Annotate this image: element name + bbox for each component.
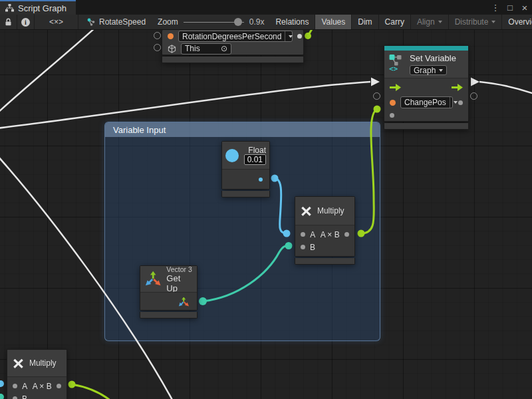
- code-icon: <×>: [49, 17, 63, 27]
- toolbar-button-dim[interactable]: Dim: [352, 15, 378, 29]
- chevron-down-icon: [439, 69, 443, 72]
- wire-green-bottom[interactable]: [72, 384, 111, 399]
- port-row: ChangePos: [384, 96, 468, 109]
- graph-name: RotateSpeed: [99, 17, 146, 27]
- wire-end-dot-edge[interactable]: [0, 380, 4, 387]
- node-title: Float: [243, 146, 266, 155]
- input-port-a[interactable]: [301, 232, 305, 237]
- node-float[interactable]: Float 0.01: [221, 141, 270, 198]
- svg-text:<>: <>: [389, 65, 398, 72]
- chevron-down-icon[interactable]: [285, 31, 293, 41]
- multiply-icon: ×: [13, 354, 24, 372]
- group-header[interactable]: Variable Input: [105, 122, 380, 137]
- inspect-button[interactable]: i: [17, 15, 35, 29]
- wire-white-topleft[interactable]: [0, 30, 97, 114]
- node-get-variable[interactable]: RotationDegreesPerSecond This ⊙: [162, 30, 304, 63]
- node-footer: [295, 258, 355, 265]
- port-row: A A × B: [295, 228, 354, 241]
- value-output-port[interactable]: [259, 178, 263, 182]
- flow-arrowhead-in: [371, 78, 380, 86]
- node-footer: [384, 123, 469, 130]
- graph-canvas[interactable]: Variable Input: [0, 30, 532, 399]
- target-field[interactable]: This ⊙: [181, 43, 231, 55]
- target-picker-icon[interactable]: ⊙: [221, 44, 227, 53]
- output-port-hollow[interactable]: [470, 92, 477, 100]
- tab-script-graph[interactable]: Script Graph: [0, 0, 76, 15]
- float-value-input[interactable]: 0.01: [244, 154, 266, 165]
- close-icon[interactable]: ×: [519, 1, 531, 14]
- input-port-b[interactable]: [301, 245, 305, 249]
- zoom-slider-track[interactable]: [184, 22, 244, 23]
- toolbar-button-distribute[interactable]: Distribute: [449, 15, 503, 29]
- node-title: Multiply: [317, 206, 344, 215]
- input-port-hollow[interactable]: [154, 32, 161, 39]
- wire-green-top[interactable]: [308, 30, 315, 36]
- zoom-control: Zoom 0.9x: [152, 15, 269, 29]
- port-row: RotationDegreesPerSecond: [162, 30, 303, 43]
- variable-port-dot[interactable]: [390, 100, 396, 106]
- chevron-down-icon: [491, 21, 495, 23]
- toolbar-button-values[interactable]: Values: [315, 15, 352, 29]
- set-variable-icon: <>: [388, 53, 405, 72]
- group-title: Variable Input: [113, 125, 166, 135]
- port-row: This ⊙: [162, 43, 303, 55]
- input-port-hollow[interactable]: [373, 92, 380, 100]
- graph-breadcrumb[interactable]: RotateSpeed: [78, 15, 152, 29]
- vector3-icon: [145, 271, 162, 287]
- flow-in-arrow-icon[interactable]: [390, 84, 401, 91]
- zoom-value: 0.9x: [249, 17, 265, 27]
- output-port-result[interactable]: [57, 384, 61, 388]
- graph-icon: [86, 17, 96, 27]
- node-get-up[interactable]: Vector 3 Get Up: [140, 265, 198, 319]
- wire-end-dot[interactable]: [305, 33, 311, 39]
- port-row: A A × B: [7, 380, 66, 392]
- node-footer: [221, 191, 270, 198]
- toolbar-button-align[interactable]: Align: [411, 15, 449, 29]
- node-type-label: Vector 3: [166, 265, 192, 273]
- wire-end-dot-edge[interactable]: [0, 394, 4, 399]
- float-icon: [225, 149, 239, 162]
- multiply-icon: ×: [301, 201, 312, 220]
- node-footer: [140, 312, 198, 319]
- output-port-result[interactable]: [344, 232, 349, 237]
- lock-icon: [5, 18, 12, 26]
- scope-dropdown[interactable]: Graph: [410, 65, 447, 75]
- variable-name-dropdown[interactable]: ChangePos: [400, 96, 453, 108]
- flow-out-arrow-icon[interactable]: [452, 84, 463, 91]
- node-multiply-bottom[interactable]: × Multiply A A × B B: [7, 349, 67, 399]
- script-graph-window: Script Graph ⋮ □ × i <×>: [0, 0, 532, 399]
- hierarchy-icon: [5, 4, 14, 12]
- value-output-port[interactable]: [297, 34, 302, 39]
- variable-name-dropdown[interactable]: RotationDegreesPerSecond: [178, 31, 293, 42]
- code-view-button[interactable]: <×>: [35, 15, 78, 29]
- chevron-down-icon[interactable]: [450, 97, 458, 108]
- menu-dots-icon[interactable]: ⋮: [489, 1, 501, 14]
- maximize-icon[interactable]: □: [504, 1, 516, 14]
- toolbar-button-carry[interactable]: Carry: [379, 15, 411, 29]
- value-output-port[interactable]: [458, 100, 463, 105]
- lock-button[interactable]: [0, 15, 17, 29]
- input-port-a[interactable]: [13, 384, 17, 388]
- graph-toolbar: i <×> RotateSpeed Zoom 0.9x Relations Va…: [0, 15, 532, 30]
- zoom-slider-handle[interactable]: [234, 18, 242, 26]
- node-title: Get Up: [166, 273, 192, 293]
- wire-flow-out-of-set-variable[interactable]: [479, 82, 532, 94]
- port-row: [384, 109, 468, 121]
- node-set-variable[interactable]: <> Set Variable Graph: [384, 45, 469, 130]
- variable-port-dot[interactable]: [168, 33, 174, 39]
- toolbar-button-overview[interactable]: Overview: [502, 15, 532, 29]
- wire-end-dot[interactable]: [68, 381, 76, 388]
- port-row: B: [7, 392, 66, 399]
- vector3-output-port[interactable]: [179, 297, 189, 307]
- node-title: Set Variable: [410, 53, 456, 63]
- toolbar-button-relations[interactable]: Relations: [269, 15, 315, 29]
- zoom-label: Zoom: [158, 17, 178, 27]
- input-port-hollow[interactable]: [154, 44, 161, 51]
- node-accent-bar: [384, 46, 468, 51]
- value-input-port[interactable]: [390, 113, 394, 118]
- input-port-b[interactable]: [13, 396, 17, 399]
- wire-end-dot[interactable]: [374, 106, 381, 113]
- chevron-down-icon: [438, 21, 442, 23]
- port-row: B: [295, 241, 354, 253]
- node-multiply-group[interactable]: × Multiply A A × B B: [295, 196, 355, 265]
